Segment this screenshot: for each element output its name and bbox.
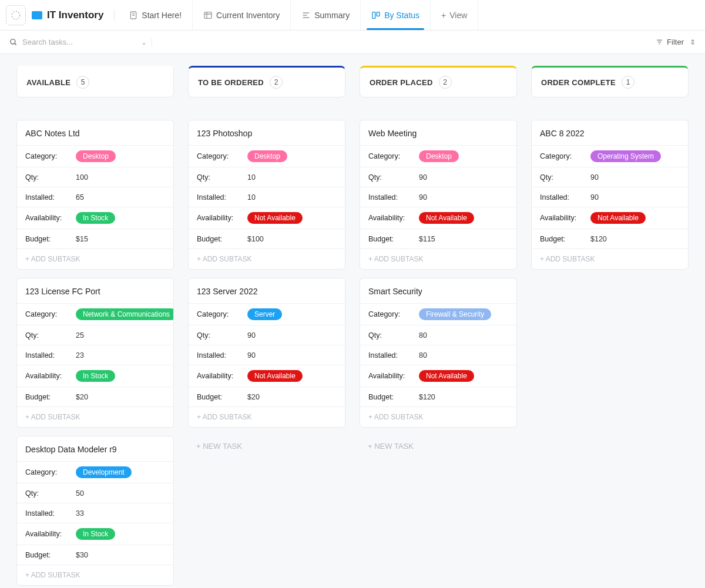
text-value: 90 xyxy=(419,173,427,182)
card-row-category: Category:Firewall & Security xyxy=(360,303,516,325)
card-row-category: Category:Operating System xyxy=(532,145,688,167)
column-header[interactable]: ORDER PLACED2 xyxy=(360,66,517,98)
row-value: $120 xyxy=(419,393,435,401)
card-row-installed: Installed:90 xyxy=(360,187,516,207)
expand-icon[interactable]: ⇕ xyxy=(690,38,696,46)
row-label: Availability: xyxy=(197,214,247,222)
column-title: ORDER COMPLETE xyxy=(541,78,616,87)
row-label: Availability: xyxy=(25,530,76,538)
row-value: $20 xyxy=(76,393,88,401)
row-value: 90 xyxy=(247,331,256,340)
row-label: Qty: xyxy=(197,173,247,182)
row-value: 80 xyxy=(419,351,427,359)
row-value: $20 xyxy=(247,393,260,401)
card-row-installed: Installed:80 xyxy=(360,345,516,365)
tab-summary[interactable]: Summary xyxy=(291,0,361,30)
card-row-category: Category:Desktop xyxy=(17,145,173,167)
row-value: Not Available xyxy=(247,370,303,382)
task-card[interactable]: 123 Server 2022Category:ServerQty:90Inst… xyxy=(188,278,345,428)
row-value: Operating System xyxy=(590,150,661,162)
card-row-qty: Qty:100 xyxy=(17,167,173,187)
row-value: Desktop xyxy=(419,150,459,162)
column-title: TO BE ORDERED xyxy=(198,78,264,87)
inventory-icon xyxy=(32,11,42,19)
add-subtask-button[interactable]: + ADD SUBTASK xyxy=(17,248,173,269)
row-value: $30 xyxy=(76,551,88,559)
task-card[interactable]: ABC Notes LtdCategory:DesktopQty:100Inst… xyxy=(16,120,174,270)
task-card[interactable]: Smart SecurityCategory:Firewall & Securi… xyxy=(360,278,517,428)
app-menu-icon[interactable] xyxy=(6,5,26,25)
row-label: Budget: xyxy=(540,235,590,243)
task-card[interactable]: 123 License FC PortCategory:Network & Co… xyxy=(16,278,174,428)
add-subtask-button[interactable]: + ADD SUBTASK xyxy=(532,248,688,269)
row-label: Category: xyxy=(25,310,76,318)
new-task-button[interactable]: + NEW TASK xyxy=(360,436,517,456)
row-value: Not Available xyxy=(590,212,646,224)
task-card[interactable]: 123 PhotoshopCategory:DesktopQty:10Insta… xyxy=(188,120,345,270)
row-value: 23 xyxy=(76,351,84,359)
search-dropdown-icon[interactable]: ⌄ xyxy=(136,38,152,46)
card-row-budget: Budget:$20 xyxy=(189,387,345,406)
add-subtask-button[interactable]: + ADD SUBTASK xyxy=(17,406,173,427)
row-value: Development xyxy=(76,466,132,478)
pill-instock: In Stock xyxy=(76,370,115,382)
row-value: 90 xyxy=(419,173,427,182)
row-label: Installed: xyxy=(197,193,247,201)
column-header[interactable]: TO BE ORDERED2 xyxy=(188,66,345,98)
add-subtask-button[interactable]: + ADD SUBTASK xyxy=(360,406,516,427)
card-row-budget: Budget:$120 xyxy=(532,229,688,248)
row-label: Budget: xyxy=(368,393,419,401)
card-title: ABC 8 2022 xyxy=(532,120,688,145)
text-value: 10 xyxy=(247,193,256,201)
card-title: Smart Security xyxy=(360,278,516,303)
card-title: Web Meeting xyxy=(360,120,516,145)
add-subtask-button[interactable]: + ADD SUBTASK xyxy=(189,406,345,427)
new-task-button[interactable]: + NEW TASK xyxy=(188,436,345,456)
tab-start-here[interactable]: Start Here! xyxy=(118,0,193,30)
task-card[interactable]: ABC 8 2022Category:Operating SystemQty:9… xyxy=(531,120,689,270)
row-value: Not Available xyxy=(247,212,303,224)
column-count: 2 xyxy=(439,76,452,89)
text-value: 80 xyxy=(419,331,427,340)
column-header[interactable]: ORDER COMPLETE1 xyxy=(531,66,689,98)
search-input[interactable] xyxy=(22,38,128,46)
row-value: 33 xyxy=(76,509,84,518)
tab-label: Current Inventory xyxy=(216,11,280,20)
text-value: 90 xyxy=(247,351,256,359)
row-label: Budget: xyxy=(25,551,76,559)
row-value: 65 xyxy=(76,193,84,201)
pill-os: Operating System xyxy=(590,150,661,162)
text-value: 90 xyxy=(590,193,599,201)
row-label: Budget: xyxy=(197,235,247,243)
card-row-qty: Qty:90 xyxy=(360,167,516,187)
tab-current-inventory[interactable]: Current Inventory xyxy=(193,0,291,30)
row-value: Server xyxy=(247,308,282,320)
filter-button[interactable]: Filter xyxy=(656,38,684,46)
row-value: 80 xyxy=(419,331,427,340)
svg-rect-2 xyxy=(204,12,212,18)
card-row-qty: Qty:90 xyxy=(532,167,688,187)
pill-fw: Firewall & Security xyxy=(419,308,491,320)
task-card[interactable]: Web MeetingCategory:DesktopQty:90Install… xyxy=(360,120,517,270)
pill-desktop: Desktop xyxy=(419,150,459,162)
tab-add-view[interactable]: + View xyxy=(431,0,478,30)
row-value: 90 xyxy=(419,193,427,201)
row-label: Category: xyxy=(197,310,247,318)
row-label: Category: xyxy=(540,152,590,160)
row-label: Qty: xyxy=(25,331,76,340)
row-label: Category: xyxy=(25,468,76,476)
page-title: IT Inventory xyxy=(47,9,103,21)
pill-notavail: Not Available xyxy=(419,370,474,382)
add-subtask-button[interactable]: + ADD SUBTASK xyxy=(17,565,173,585)
add-subtask-button[interactable]: + ADD SUBTASK xyxy=(189,248,345,269)
card-row-installed: Installed:65 xyxy=(17,187,173,207)
column-header[interactable]: AVAILABLE5 xyxy=(16,66,174,98)
task-card[interactable]: Desktop Data Modeler r9Category:Developm… xyxy=(16,436,174,586)
tab-label: View xyxy=(449,11,467,20)
tab-by-status[interactable]: By Status xyxy=(361,0,431,30)
row-value: Network & Communications xyxy=(76,308,174,320)
row-value: Not Available xyxy=(419,370,474,382)
add-subtask-button[interactable]: + ADD SUBTASK xyxy=(360,248,516,269)
row-label: Installed: xyxy=(25,193,76,201)
card-row-budget: Budget:$120 xyxy=(360,387,516,406)
